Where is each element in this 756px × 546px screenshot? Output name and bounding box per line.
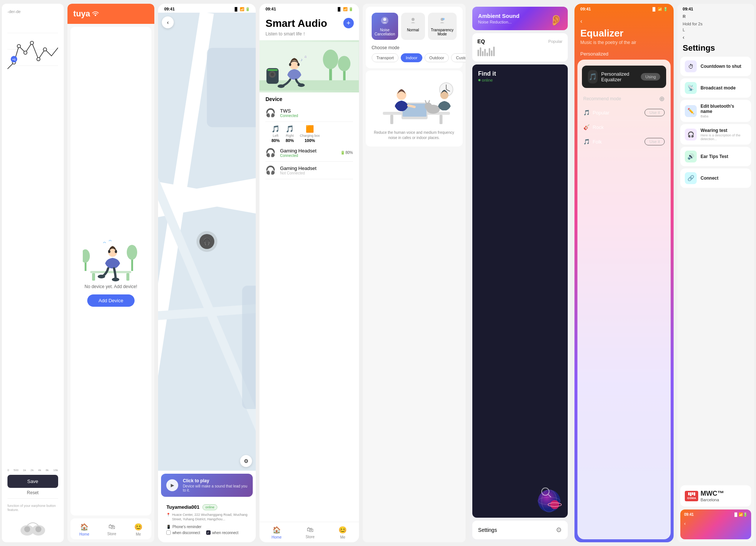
hold-label: Hold for 2s xyxy=(677,20,754,27)
anc-svg xyxy=(372,76,461,129)
case-icon: 🟧 xyxy=(306,125,314,133)
ambient-card[interactable]: Ambient Sound Noise Reduction... 👂 xyxy=(472,7,568,30)
svg-rect-15 xyxy=(90,271,131,273)
bluetooth-desc: Baba xyxy=(700,114,747,118)
anc-mode-nc[interactable]: Noise Cancellation xyxy=(372,13,398,40)
battery-icon-sa: 🔋 xyxy=(349,7,353,11)
gsma-text: GSMA xyxy=(687,496,696,500)
tuya-logo: tuya xyxy=(67,4,155,24)
reconnect-option[interactable]: ✓ when reconnect xyxy=(206,530,239,535)
eq-personalized-label: Personalized xyxy=(574,49,674,57)
eq-page-title: Equalizer xyxy=(580,28,668,39)
add-plus-button[interactable]: + xyxy=(343,18,354,28)
svg-rect-36 xyxy=(242,286,256,409)
countdown-text: Countdown to shut xyxy=(700,64,747,69)
find-card[interactable]: Find it online xyxy=(472,64,568,518)
settings-gear-icon: ⚙ xyxy=(556,526,562,534)
folk-use-it-btn[interactable]: Use it xyxy=(645,138,665,145)
smart-home-icon: 🏠 xyxy=(273,526,281,534)
battery-icon-h1: 🔋 xyxy=(340,151,345,155)
eq-card[interactable]: EQ Popular xyxy=(472,33,568,61)
nav-me[interactable]: 😊 Me xyxy=(134,523,142,536)
reconnect-checkbox[interactable]: ✓ xyxy=(206,530,211,535)
nc-label: Noise Cancellation xyxy=(375,28,395,36)
eq-time: 09:41 xyxy=(580,7,591,11)
disconnect-checkbox[interactable] xyxy=(166,530,171,535)
headset1-info: Gaming Headset Connected xyxy=(280,148,336,158)
menu-panel: Ambient Sound Noise Reduction... 👂 EQ Po… xyxy=(469,4,571,542)
device-item-tws[interactable]: 🎧 TWS Connected xyxy=(265,104,353,122)
custom-btn[interactable]: Custom xyxy=(451,53,465,62)
device-list: 🎧 TWS Connected 🎵 Left 80% 🎵 Right 80% xyxy=(259,104,359,522)
eq-panel: -der-de +1 0 500 xyxy=(2,4,64,542)
settings-item-broadcast[interactable]: 📡 Broadcast mode xyxy=(680,78,751,98)
home-icon: 🏠 xyxy=(80,523,88,531)
svg-point-55 xyxy=(383,18,386,21)
headset1-name: Gaming Headset xyxy=(280,148,336,154)
anc-modes: Noise Cancellation Normal xyxy=(372,13,457,40)
settings-letters: R xyxy=(677,13,754,20)
gsma-bar-3 xyxy=(692,492,693,495)
anc-mode-normal[interactable]: Normal xyxy=(401,13,425,40)
normal-icon xyxy=(404,16,422,26)
outdoor-btn[interactable]: Outdoor xyxy=(425,53,449,62)
reminder-title: 📱 Phone's reminder xyxy=(166,525,248,529)
popular-use-it-btn[interactable]: Use it xyxy=(645,109,665,116)
svg-point-19 xyxy=(83,249,90,263)
personalized-card[interactable]: 🎵 Personalized Equalizer Using xyxy=(582,66,667,88)
nav-home[interactable]: 🏠 Home xyxy=(79,523,89,536)
mode-row-popular[interactable]: 🎵 Popular Use it xyxy=(577,105,671,120)
add-device-section: No device yet. Add device! Add Device xyxy=(70,27,152,515)
ear-tips-icon: 🔊 xyxy=(685,151,697,162)
add-device-button[interactable]: Add Device xyxy=(87,294,134,307)
map-status-icons: ▐▌ 📶 🔋 xyxy=(233,7,250,11)
settings-item-ear-tips[interactable]: 🔊 Ear Tips Test xyxy=(680,147,751,166)
add-device-panel: tuya xyxy=(67,4,155,542)
settings-label: Settings xyxy=(478,527,497,533)
countdown-icon: ⏱ xyxy=(685,60,697,72)
device-item-headset2[interactable]: 🎧 Gaming Headset Not Connected xyxy=(265,162,353,179)
device-name-row: Tuyamedia001 online xyxy=(166,504,248,510)
ear-tips-name: Ear Tips Test xyxy=(700,154,747,159)
phone-icon: 📱 xyxy=(166,525,171,529)
eq-page-subtitle: Music is the poetry of the air xyxy=(580,40,668,45)
smart-nav-me[interactable]: 😊 Me xyxy=(338,526,347,539)
settings-time: 09:41 xyxy=(683,7,693,11)
wifi-icon: 📶 xyxy=(240,7,244,11)
connect-icon: 🔗 xyxy=(685,172,697,184)
disconnect-option[interactable]: when disconnect xyxy=(166,530,200,535)
settings-item-bluetooth[interactable]: ✏️ Edit bluetooth's name Baba xyxy=(680,100,751,122)
smart-nav-home[interactable]: 🏠 Home xyxy=(272,526,282,539)
mode-row-folk[interactable]: 🎵 Folk Use it xyxy=(577,134,671,149)
svg-point-8 xyxy=(43,48,47,51)
svg-point-44 xyxy=(278,84,285,88)
indoor-btn[interactable]: Indoor xyxy=(401,53,422,62)
eq-status-icons: ▐▌ 📶 🔋 xyxy=(651,7,668,11)
settings-item-countdown[interactable]: ⏱ Countdown to shut xyxy=(680,57,751,76)
play-button[interactable]: ▶ xyxy=(166,479,178,491)
settings-item-connect[interactable]: 🔗 Connect xyxy=(680,168,751,188)
save-button[interactable]: Save xyxy=(7,475,58,488)
device-item-headset1[interactable]: 🎧 Gaming Headset Connected 🔋 80% xyxy=(265,144,353,162)
map-settings-button[interactable]: ⚙ xyxy=(240,455,252,467)
mode-row-rock[interactable]: 🎸 Rock xyxy=(577,120,671,134)
device-location-card: Tuyamedia001 online 📍 Huace Center, 222 … xyxy=(161,500,253,539)
play-card: ▶ Click to play Device will make a sound… xyxy=(161,474,253,497)
mode-buttons: Transport Indoor Outdoor Custom xyxy=(372,53,457,62)
transport-btn[interactable]: Transport xyxy=(372,53,399,62)
play-info: Click to play Device will make a sound t… xyxy=(183,478,248,492)
eq-back-button[interactable]: ‹ xyxy=(580,18,668,25)
settings-panel: 09:41 R Hold for 2s L ‹ Settings ⏱ Count… xyxy=(677,4,754,542)
anc-mode-transparency[interactable]: Transparency Mode xyxy=(428,13,457,40)
settings-card[interactable]: Settings ⚙ xyxy=(472,521,568,539)
smart-nav-store[interactable]: 🛍 Store xyxy=(306,526,315,539)
ear-tips-text: Ear Tips Test xyxy=(700,154,747,159)
settings-back-button[interactable]: ‹ xyxy=(677,33,754,42)
eq-popular: Popular xyxy=(548,39,563,44)
nav-store[interactable]: 🛍 Store xyxy=(107,523,116,536)
svg-point-45 xyxy=(298,83,305,87)
mini-back-button[interactable]: ‹ xyxy=(680,520,751,528)
settings-item-wearing[interactable]: 🎧 Wearing test Here is a description of … xyxy=(680,124,751,145)
eq-status-bar: 09:41 ▐▌ 📶 🔋 xyxy=(574,4,674,13)
headset2-status: Not Connected xyxy=(280,171,353,175)
